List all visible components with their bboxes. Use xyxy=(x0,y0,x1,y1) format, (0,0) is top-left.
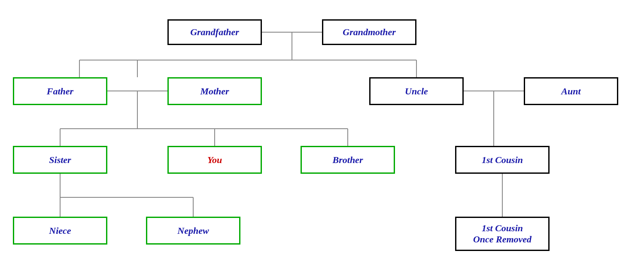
aunt-node: Aunt xyxy=(524,77,618,105)
grandmother-node: Grandmother xyxy=(322,19,416,45)
nephew-node: Nephew xyxy=(146,217,240,245)
first-cousin-node: 1st Cousin xyxy=(455,146,550,174)
uncle-node: Uncle xyxy=(369,77,464,105)
brother-node: Brother xyxy=(301,146,395,174)
father-node: Father xyxy=(13,77,107,105)
family-tree: Grandfather Grandmother Father Mother Un… xyxy=(0,0,644,272)
you-node: You xyxy=(167,146,262,174)
mother-node: Mother xyxy=(167,77,262,105)
grandfather-node: Grandfather xyxy=(167,19,262,45)
first-cousin-removed-node: 1st Cousin Once Removed xyxy=(455,217,550,251)
sister-node: Sister xyxy=(13,146,107,174)
niece-node: Niece xyxy=(13,217,107,245)
